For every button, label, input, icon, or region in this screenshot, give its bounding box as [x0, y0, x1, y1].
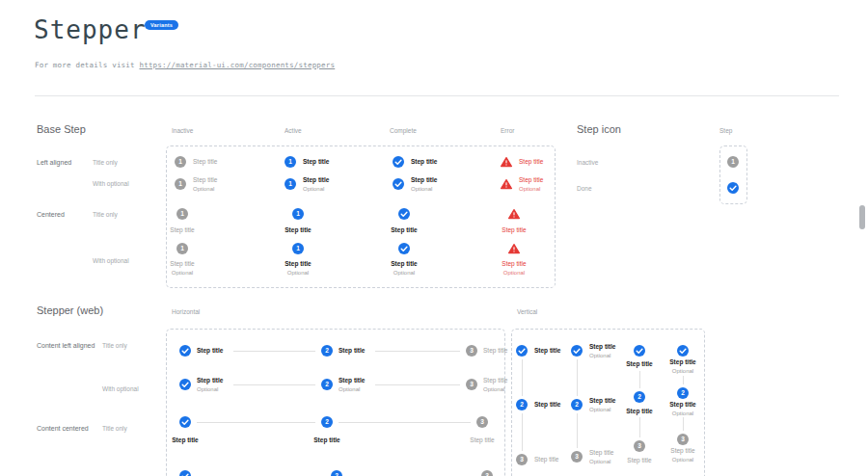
step-title-label: Step title: [285, 227, 311, 234]
row-label-inactive: Inactive: [577, 159, 598, 166]
active-step-icon: 2: [571, 399, 583, 410]
step-optional-label: Optional: [393, 270, 415, 276]
check-circle-icon: [179, 416, 191, 428]
inactive-step-icon: 3: [516, 454, 528, 465]
step-connector: [522, 413, 523, 451]
scrollbar-thumb[interactable]: [859, 205, 865, 229]
row-sublabel-with-optional-2: With optional: [93, 257, 129, 264]
step-optional-label: Optional: [193, 186, 214, 192]
row-sublabel-with-optional: With optional: [93, 180, 129, 187]
check-circle-icon: [571, 345, 583, 357]
step-optional-label: Optional: [519, 186, 540, 192]
row-sublabel-web-title-only-2: Title only: [102, 425, 127, 432]
step-title-label: Step title: [172, 437, 198, 444]
error-triangle-icon: [501, 156, 512, 168]
row-sublabel-web-with-optional: With optional: [102, 385, 139, 392]
step-title-label: Step title: [197, 348, 223, 355]
step-title-label: Step title: [391, 227, 417, 234]
page-title: Stepper: [34, 15, 147, 44]
active-step-icon: 2: [321, 416, 333, 428]
step-optional-label: Optional: [303, 186, 324, 192]
step-title-label: Step title: [589, 397, 615, 404]
step-optional-label: Optional: [483, 386, 504, 392]
step-title-label: Step title: [502, 227, 526, 234]
material-ui-link[interactable]: https://material-ui.com/components/stepp…: [139, 61, 335, 69]
step-title-label: Step title: [303, 159, 329, 166]
check-circle-icon: [516, 345, 528, 357]
row-label-centered: Centered: [37, 211, 65, 218]
step-title-label: Step title: [519, 177, 543, 184]
inactive-step-icon: 1: [727, 156, 739, 168]
active-step-icon: 2: [677, 387, 689, 399]
step-icon-section-title: Step icon: [577, 123, 621, 135]
step-title-label: Step title: [669, 402, 695, 409]
error-triangle-icon: [508, 208, 520, 220]
row-sublabel-web-title-only: Title only: [102, 342, 127, 349]
check-circle-icon: [398, 243, 410, 254]
step-icon-frame: [719, 145, 747, 204]
step-title-label: Step title: [519, 159, 543, 166]
step-title-label: Step title: [483, 348, 507, 355]
column-header-complete: Complete: [390, 127, 417, 134]
inactive-step-icon: 3: [634, 440, 645, 452]
active-step-icon: 2: [321, 379, 333, 390]
step-title-label: Step title: [411, 159, 437, 166]
subtitle-text: For more details visit: [35, 61, 139, 69]
stepper-web-section-title: Stepper (web): [37, 304, 103, 316]
check-circle-icon: [179, 470, 191, 476]
check-circle-icon: [398, 208, 410, 220]
step-optional-label: Optional: [672, 410, 693, 416]
step-title-label: Step title: [502, 261, 526, 268]
inactive-step-icon: 3: [677, 434, 689, 445]
step-title-label: Step title: [669, 359, 695, 366]
step-title-label: Step title: [627, 458, 651, 464]
step-optional-label: Optional: [197, 386, 218, 392]
step-optional-label: Optional: [287, 270, 309, 276]
inactive-step-icon: 3: [571, 451, 583, 463]
step-connector: [522, 359, 523, 396]
step-connector: [375, 384, 460, 385]
step-title-label: Step title: [339, 378, 365, 384]
step-title-label: Step title: [483, 378, 507, 384]
variants-badge: Variants: [145, 20, 178, 30]
active-step-icon: 2: [634, 391, 645, 403]
step-title-label: Step title: [170, 227, 194, 234]
active-step-icon: 1: [285, 178, 296, 190]
step-title-label: Step title: [197, 378, 223, 384]
step-connector: [639, 417, 640, 437]
inactive-step-icon: 1: [176, 208, 188, 220]
step-connector: [197, 422, 315, 423]
base-step-section-title: Base Step: [37, 123, 86, 135]
header-divider: [35, 95, 839, 96]
column-header-error: Error: [501, 127, 514, 134]
step-title-label: Step title: [339, 348, 365, 355]
step-title-label: Step title: [534, 402, 560, 409]
column-header-step: Step: [719, 127, 732, 134]
inactive-step-icon: 3: [466, 345, 477, 357]
check-circle-icon: [634, 345, 645, 357]
step-title-label: Step title: [303, 177, 329, 184]
row-sublabel-title-only: Title only: [93, 159, 118, 166]
step-title-label: Step title: [534, 457, 558, 463]
step-connector: [233, 351, 315, 352]
step-optional-label: Optional: [672, 368, 693, 374]
check-circle-icon: [393, 156, 404, 168]
step-title-label: Step title: [193, 177, 217, 184]
step-title-label: Step title: [193, 159, 217, 166]
step-title-label: Step title: [470, 437, 494, 444]
check-circle-icon: [727, 182, 739, 194]
error-triangle-icon: [501, 178, 512, 190]
active-step-icon: 1: [292, 208, 304, 220]
step-connector: [577, 413, 578, 448]
step-optional-label: Optional: [589, 407, 610, 412]
active-step-icon: 1: [285, 156, 296, 168]
row-label-content-centered: Content centered: [37, 425, 89, 432]
column-header-horizontal: Horizontal: [172, 308, 200, 315]
step-optional-label: Optional: [589, 353, 610, 358]
step-optional-label: Optional: [503, 270, 525, 276]
step-title-label: Step title: [313, 437, 339, 444]
check-circle-icon: [393, 178, 404, 190]
check-circle-icon: [179, 379, 191, 390]
inactive-step-icon: 1: [176, 243, 188, 254]
row-label-content-left-aligned: Content left aligned: [37, 342, 95, 349]
